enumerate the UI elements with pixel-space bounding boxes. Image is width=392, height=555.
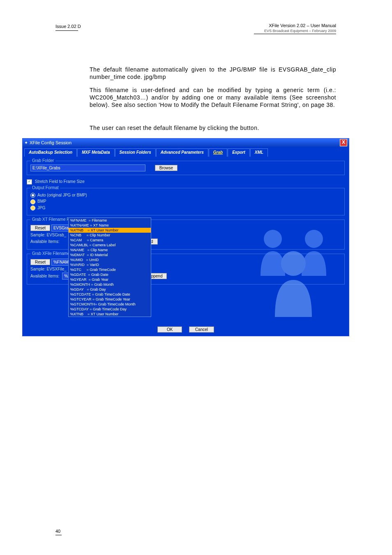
dd-item: %NAME = Clip Name: [69, 247, 151, 252]
close-button[interactable]: X: [340, 139, 347, 146]
output-format-legend: Output Format: [30, 185, 60, 190]
dd-item: %VARID = VarID: [69, 262, 151, 267]
tab-autobackup[interactable]: AutoBackup Selection: [24, 148, 77, 157]
config-window: ✦XFile Config Session X AutoBackup Selec…: [22, 138, 349, 336]
dd-item: %GDAY = Grab Day: [69, 287, 151, 292]
radio-auto-label: Auto (original JPG or BMP): [37, 193, 87, 197]
document-page: Issue 2.02 D XFile Version 2.02 – User M…: [0, 0, 392, 555]
grabxt-avail-label: Available Items:: [30, 239, 59, 244]
dd-item: %XTNAME = XT Name: [69, 223, 151, 228]
dd-item: %GMONTH = Grab Month: [69, 282, 151, 287]
dd-item: %IDMAT = ID Material: [69, 252, 151, 257]
dd-item: %XTNB = XT User Number: [69, 228, 151, 233]
radio-bmp-label: BMP: [37, 199, 46, 204]
stretch-checkbox[interactable]: ✓: [27, 179, 32, 185]
tab-xml[interactable]: XML: [250, 148, 268, 157]
tab-bar: AutoBackup Selection MXF MetaData Sessio…: [24, 148, 349, 157]
cancel-button[interactable]: Cancel: [189, 326, 214, 333]
dd-item: %GTCDATE = Grab TimeCode Date: [69, 292, 151, 297]
browse-button[interactable]: Browse: [155, 165, 178, 171]
paragraph-1: The default filename automatically given…: [90, 66, 336, 81]
tab-grab[interactable]: Grab: [209, 148, 227, 157]
dd-item: %CAM = Camera: [69, 238, 151, 243]
radio-jpg[interactable]: [30, 206, 35, 210]
output-format-fieldset: Output Format Auto (original JPG or BMP)…: [27, 188, 345, 215]
radio-auto[interactable]: [30, 193, 35, 198]
ok-button[interactable]: OK: [157, 326, 182, 333]
paragraph-3: The user can reset the default filename …: [90, 124, 336, 132]
tab-mxf[interactable]: MXF MetaData: [77, 148, 114, 157]
grabxfile-avail-label: Available Items:: [30, 274, 59, 278]
available-items-dropdown[interactable]: %FNAME = Filename %XTNAME = XT Name %XTN…: [68, 217, 151, 317]
dd-item: %CNB = Clip Number: [69, 233, 151, 238]
header-line-left: [55, 30, 78, 31]
grab-folder-input[interactable]: [30, 164, 145, 171]
dd-item: %GTC = Grab TimeCode: [69, 267, 151, 272]
dd-item: %GDATE = Grab Date: [69, 272, 151, 277]
header-title: XFile Version 2.02 – User Manual: [264, 23, 336, 28]
dd-item: %GTCMONTH= Grab TimeCode Month: [69, 302, 151, 307]
tab-session-folders[interactable]: Session Folders: [115, 148, 156, 157]
tab-export[interactable]: Export: [228, 148, 250, 157]
tab-content: Grab Folder Browse ✓ Stretch Field to Fr…: [23, 157, 349, 293]
header-right: XFile Version 2.02 – User Manual EVS Bro…: [264, 23, 336, 33]
header-line-right: [254, 34, 336, 34]
dd-item: %FNAME = Filename: [69, 218, 151, 223]
page-number: 40: [55, 529, 60, 534]
grab-folder-fieldset: Grab Folder Browse: [27, 161, 345, 175]
page-number-line: [55, 535, 62, 535]
dd-item: %GYEAR = Grab Year: [69, 277, 151, 282]
window-icon: ✦: [24, 140, 28, 146]
tab-advanced[interactable]: Advanced Parameters: [156, 148, 208, 157]
people-icon: [248, 218, 339, 321]
grabxfile-legend: Grab XFile Filename: [30, 251, 71, 256]
window-titlebar: ✦XFile Config Session X: [23, 139, 349, 147]
dd-item: %XTNB = XT User Number: [69, 312, 151, 317]
reset-button-2[interactable]: Reset: [30, 259, 50, 265]
dd-item: %GTCDAY = Grab TimeCode Day: [69, 307, 151, 312]
stretch-label: Stretch Field to Frame Size: [35, 179, 85, 184]
header-issue: Issue 2.02 D: [55, 24, 81, 29]
stretch-row: ✓ Stretch Field to Frame Size: [27, 179, 345, 185]
svg-point-1: [305, 230, 323, 248]
window-title: XFile Config Session: [30, 140, 71, 145]
radio-bmp[interactable]: [30, 199, 35, 204]
dd-item: %UMID = UmID: [69, 257, 151, 262]
people-illustration: [248, 218, 339, 321]
svg-point-0: [264, 230, 282, 248]
header-subtitle: EVS Broadcast Equipment – February 2009: [264, 29, 336, 33]
paragraph-2: This filename is user-defined and can be…: [90, 86, 336, 109]
radio-jpg-label: JPG: [37, 206, 45, 210]
dd-item: %CAMLBL = Camera Label: [69, 243, 151, 247]
dialog-buttons: OK Cancel: [23, 325, 349, 333]
svg-point-2: [281, 251, 306, 276]
dd-item: %GTCYEAR = Grab TimeCode Year: [69, 297, 151, 302]
reset-button-1[interactable]: Reset: [30, 225, 50, 231]
grab-folder-legend: Grab Folder: [30, 158, 55, 163]
